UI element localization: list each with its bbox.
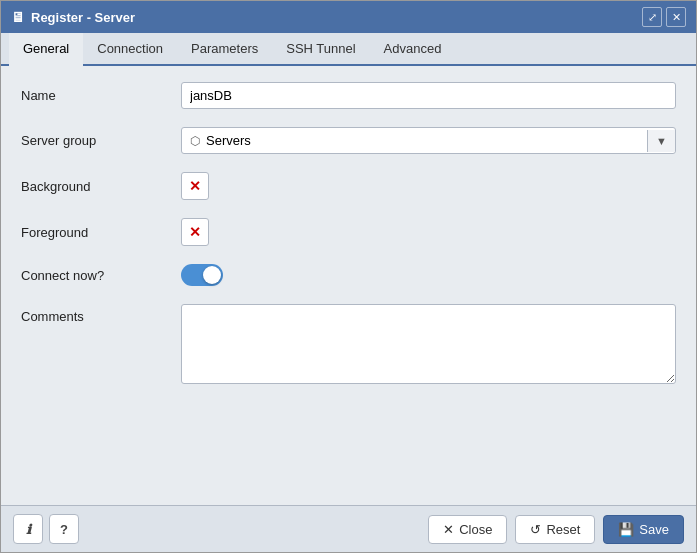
background-control: ✕ xyxy=(181,172,676,200)
connect-now-row: Connect now? xyxy=(21,264,676,286)
dialog-icon: 🖥 xyxy=(11,9,25,25)
foreground-label: Foreground xyxy=(21,225,181,240)
save-button[interactable]: 💾 Save xyxy=(603,515,684,544)
close-label: Close xyxy=(459,522,492,537)
dialog: 🖥 Register - Server ⤢ ✕ General Connecti… xyxy=(0,0,697,553)
dialog-title: Register - Server xyxy=(31,10,135,25)
server-group-arrow[interactable]: ▼ xyxy=(647,130,675,152)
server-group-select[interactable]: ⬡ Servers ▼ xyxy=(181,127,676,154)
expand-button[interactable]: ⤢ xyxy=(642,7,662,27)
tab-general[interactable]: General xyxy=(9,33,83,66)
name-input[interactable] xyxy=(181,82,676,109)
background-color-button[interactable]: ✕ xyxy=(181,172,209,200)
background-label: Background xyxy=(21,179,181,194)
dialog-close-button[interactable]: ✕ xyxy=(666,7,686,27)
name-label: Name xyxy=(21,88,181,103)
foreground-row: Foreground ✕ xyxy=(21,218,676,246)
help-button[interactable]: ? xyxy=(49,514,79,544)
connect-now-control xyxy=(181,264,676,286)
foreground-color-button[interactable]: ✕ xyxy=(181,218,209,246)
comments-row: Comments xyxy=(21,304,676,387)
save-icon: 💾 xyxy=(618,522,634,537)
footer: ℹ ? ✕ Close ↺ Reset 💾 Save xyxy=(1,505,696,552)
server-group-value: ⬡ Servers xyxy=(182,128,647,153)
connect-now-label: Connect now? xyxy=(21,268,181,283)
server-group-control: ⬡ Servers ▼ xyxy=(181,127,676,154)
title-bar-left: 🖥 Register - Server xyxy=(11,9,135,25)
comments-textarea[interactable] xyxy=(181,304,676,384)
save-label: Save xyxy=(639,522,669,537)
comments-control xyxy=(181,304,676,387)
tab-advanced[interactable]: Advanced xyxy=(370,33,456,66)
server-group-text: Servers xyxy=(206,133,251,148)
toggle-thumb xyxy=(203,266,221,284)
close-icon: ✕ xyxy=(443,522,454,537)
server-group-label: Server group xyxy=(21,133,181,148)
form-content: Name Server group ⬡ Servers ▼ Background xyxy=(1,66,696,505)
foreground-control: ✕ xyxy=(181,218,676,246)
name-control xyxy=(181,82,676,109)
footer-left: ℹ ? xyxy=(13,514,79,544)
tab-ssh-tunnel[interactable]: SSH Tunnel xyxy=(272,33,369,66)
tab-parameters[interactable]: Parameters xyxy=(177,33,272,66)
reset-button[interactable]: ↺ Reset xyxy=(515,515,595,544)
reset-icon: ↺ xyxy=(530,522,541,537)
close-button[interactable]: ✕ Close xyxy=(428,515,507,544)
comments-label: Comments xyxy=(21,304,181,324)
connect-now-toggle[interactable] xyxy=(181,264,223,286)
background-row: Background ✕ xyxy=(21,172,676,200)
tab-bar: General Connection Parameters SSH Tunnel… xyxy=(1,33,696,66)
name-row: Name xyxy=(21,82,676,109)
info-button[interactable]: ℹ xyxy=(13,514,43,544)
footer-right: ✕ Close ↺ Reset 💾 Save xyxy=(428,515,684,544)
reset-label: Reset xyxy=(546,522,580,537)
server-group-icon: ⬡ xyxy=(190,134,200,148)
title-bar: 🖥 Register - Server ⤢ ✕ xyxy=(1,1,696,33)
tab-connection[interactable]: Connection xyxy=(83,33,177,66)
server-group-row: Server group ⬡ Servers ▼ xyxy=(21,127,676,154)
title-bar-right: ⤢ ✕ xyxy=(642,7,686,27)
